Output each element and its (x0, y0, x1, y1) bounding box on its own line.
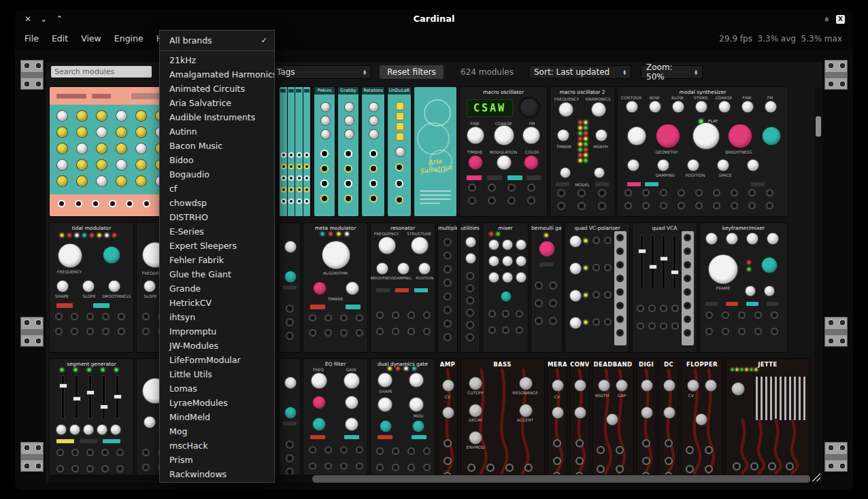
brand-item-aria-salvatrice[interactable]: Aria Salvatrice (160, 96, 274, 110)
module-tile-digi[interactable]: DIGI (637, 359, 656, 484)
tags-select[interactable]: Tags ▲▼ (271, 65, 371, 79)
brand-item-bacon-music[interactable]: Bacon Music (160, 139, 274, 153)
module-tile-multiples[interactable]: multiples (438, 223, 457, 352)
module-tile-unnamed[interactable] (280, 87, 311, 216)
brand-item-lomas[interactable]: Lomas (160, 381, 274, 396)
module-tile-macro-oscillator-2[interactable]: macro oscillator 2FREQUENCYHARMONICSTIMB… (550, 87, 614, 216)
brand-item-21khz[interactable]: 21kHz (160, 53, 274, 67)
menu-engine[interactable]: Engine (114, 29, 144, 49)
module-tile-dual-dynamics-gate[interactable]: dual dynamics gateSHAPEMOD (371, 359, 435, 484)
brand-item-hetrickcv[interactable]: HetrickCV (160, 296, 274, 310)
module-title: quad VCA (633, 225, 697, 231)
module-tile-amp[interactable]: AMPCV (438, 359, 457, 484)
module-tile-dc[interactable]: DC (659, 359, 678, 484)
module-tile-jette[interactable]: JETTE (726, 359, 809, 484)
module-tile-conv[interactable]: CONV (570, 359, 589, 484)
reset-filters-button[interactable]: Reset filters (380, 65, 444, 79)
brand-item-grande[interactable]: Grande (160, 281, 274, 296)
port (598, 189, 606, 197)
port (705, 465, 713, 473)
brand-item-rackwindows[interactable]: Rackwindows (160, 467, 274, 481)
brand-item-mindmeld[interactable]: MindMeld (160, 410, 274, 424)
label-chip (280, 89, 286, 92)
knob (516, 256, 527, 266)
sort-select[interactable]: Sort: Last updated ▲▼ (529, 65, 631, 79)
knob (56, 175, 68, 187)
brand-item-cf[interactable]: cf (160, 182, 274, 196)
module-tile-tidal-modulator[interactable]: tidal modulatorFREQUENCYSHAPESLOPESMOOTH… (50, 223, 133, 352)
brand-item-e-series[interactable]: E-Series (160, 224, 274, 239)
brand-item-animated-circuits[interactable]: Animated Circuits (160, 82, 274, 96)
led (746, 368, 748, 371)
knob (606, 413, 618, 426)
label: CV (682, 393, 701, 398)
module-tile-deadband[interactable]: DEADBANDWIDTHGAP (592, 359, 633, 484)
module-tile-rotatoes[interactable]: Rotatoes (362, 87, 384, 216)
port (423, 464, 431, 471)
brand-item-bogaudio[interactable]: Bogaudio (160, 167, 274, 182)
brand-item-lifeformmodular[interactable]: LifeFormModular (160, 353, 274, 367)
brand-item-audible-instruments[interactable]: Audible Instruments (160, 110, 274, 124)
brand-item-amalgamated-harmonics[interactable]: Amalgamated Harmonics (160, 67, 274, 82)
ribbon-line (761, 377, 763, 420)
module-tile-quad-vc-polarizer[interactable]: quad VC-polarizer (565, 223, 629, 352)
menu-view[interactable]: View (81, 29, 101, 49)
knob (369, 102, 379, 112)
module-tile-unnamed[interactable] (280, 223, 300, 352)
zoom-select[interactable]: Zoom: 50% ▲▼ (641, 65, 703, 79)
ribbon-line (803, 377, 805, 420)
module-tile-bernoulli-gate[interactable]: bernoulli gate (531, 223, 562, 352)
module-tile-bass[interactable]: BASSCUTOFFRESONANCEDECAYACCENTENVMOD (461, 359, 544, 484)
brand-item-mog[interactable]: Mog (160, 424, 274, 438)
module-tile-flopper[interactable]: FLOPPERCV (682, 359, 722, 484)
port (376, 464, 384, 471)
knob (524, 155, 539, 170)
menu-edit[interactable]: Edit (52, 29, 68, 49)
module-tile-meta-modulator[interactable]: meta modulatorALGORITHMTIMBRE (303, 223, 367, 352)
module-tile-eq-filter[interactable]: EQ filterFREQGAIN (303, 359, 367, 484)
brand-item-mschack[interactable]: mscHack (160, 438, 274, 453)
brand-item-impromptu[interactable]: Impromptu (160, 324, 274, 339)
brand-item-ihtsyn[interactable]: ihtsyn (160, 310, 274, 324)
brand-item-jw-modules[interactable]: JW-Modules (160, 339, 274, 353)
module-tile-unnamed[interactable] (280, 359, 300, 484)
module-tile-grabby[interactable]: Grabby (338, 87, 358, 216)
label-chip (56, 94, 86, 99)
brand-item-chowdsp[interactable]: chowdsp (160, 196, 274, 210)
collapse-all-icon[interactable]: » (822, 16, 832, 22)
brand-item-fehler-fabrik[interactable]: Fehler Fabrik (160, 253, 274, 267)
horizontal-scrollbar-thumb[interactable] (312, 475, 810, 483)
port (616, 465, 624, 473)
port (444, 292, 452, 300)
module-tile-macro-oscillator[interactable]: macro oscillatorCSAWFINECOARSEFMTIMBREMO… (460, 87, 547, 216)
module-tile-quad-vca[interactable]: quad VCA (633, 223, 697, 352)
vertical-scrollbar-track[interactable] (815, 87, 822, 475)
slider-thumb (73, 396, 81, 401)
search-input[interactable] (51, 66, 152, 78)
module-tile-unnamed[interactable]: Aria Salvatrice (414, 87, 456, 216)
port (320, 194, 329, 203)
vertical-scrollbar-thumb[interactable] (816, 116, 821, 137)
module-tile-mera[interactable]: MERACV (548, 359, 567, 484)
module-tile-segment-generator[interactable]: segment generator (50, 359, 133, 484)
brand-item-expert-sleepers[interactable]: Expert Sleepers (160, 239, 274, 253)
menu-file[interactable]: File (24, 29, 39, 49)
module-tile-utilities[interactable]: utilities (461, 223, 480, 352)
module-tile-resonator[interactable]: resonatorFREQUENCYSTRUCTUREBRIGHTNESSDAM… (371, 223, 435, 352)
brand-item-bidoo[interactable]: Bidoo (160, 153, 274, 167)
brand-item-all-brands[interactable]: All brands ✓ (160, 33, 274, 48)
brand-item-prism[interactable]: Prism (160, 453, 274, 467)
brand-item-little-utils[interactable]: Little Utils (160, 367, 274, 381)
brand-item-lyraemodules[interactable]: LyraeModules (160, 396, 274, 410)
module-tile-keyframer-mixer[interactable]: keyframer/mixerFRAME (700, 223, 787, 352)
label: COARSE (713, 95, 735, 100)
brand-item-distrho[interactable]: DISTRHO (160, 210, 274, 224)
module-tile-undular[interactable]: UnDuLaR (388, 87, 411, 216)
module-tile-mixer[interactable]: mixer (483, 223, 528, 352)
knob (56, 143, 68, 154)
brand-item-glue-the-giant[interactable]: Glue the Giant (160, 267, 274, 281)
knob (116, 159, 127, 171)
brand-item-autinn[interactable]: Autinn (160, 124, 274, 139)
module-tile-pokies[interactable]: Pokies (314, 87, 335, 216)
module-tile-modal-synthesizer[interactable]: modal synthesizerCONTOURBOWBLOWSTRIKECOA… (618, 87, 788, 216)
